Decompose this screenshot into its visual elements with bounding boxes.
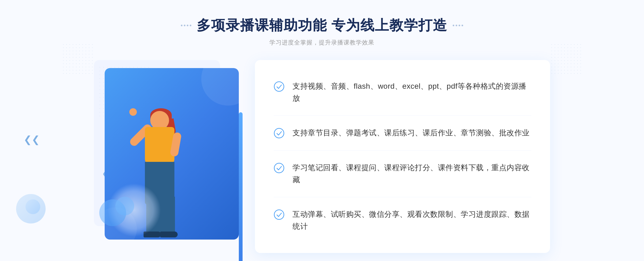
person-body bbox=[145, 127, 174, 165]
feature-text-1: 支持视频、音频、flash、word、excel、ppt、pdf等各种格式的资源… bbox=[292, 80, 531, 105]
page-container: 多项录播课辅助功能 专为线上教学打造 学习进度全掌握，提升录播课教学效果 bbox=[0, 0, 644, 261]
feature-item-3: 学习笔记回看、课程提问、课程评论打分、课件资料下载，重点内容收藏 bbox=[274, 162, 531, 186]
dot-pattern-top-left bbox=[62, 43, 94, 75]
person-arm-hand bbox=[129, 108, 137, 116]
dot-5 bbox=[453, 25, 454, 26]
dot-2 bbox=[184, 25, 185, 26]
svg-point-1 bbox=[274, 128, 284, 138]
check-icon-4 bbox=[274, 209, 284, 220]
feature-text-4: 互动弹幕、试听购买、微信分享、观看次数限制、学习进度跟踪、数据统计 bbox=[292, 208, 531, 233]
dot-3 bbox=[187, 25, 188, 26]
svg-point-0 bbox=[274, 82, 284, 91]
dot-4 bbox=[190, 25, 191, 26]
person-shoe-right bbox=[160, 232, 178, 237]
feature-text-2: 支持章节目录、弹题考试、课后练习、课后作业、章节测验、批改作业 bbox=[292, 127, 530, 139]
divider-1 bbox=[274, 115, 531, 116]
check-icon-3 bbox=[274, 163, 284, 173]
deco-circle-small bbox=[115, 197, 134, 215]
check-icon-1 bbox=[274, 81, 284, 92]
dot-pattern-top-right bbox=[550, 43, 582, 75]
header-decorators: 多项录播课辅助功能 专为线上教学打造 bbox=[181, 16, 463, 35]
decorator-dots-left bbox=[181, 25, 191, 26]
decorator-dots-right bbox=[453, 25, 463, 26]
header-section: 多项录播课辅助功能 专为线上教学打造 学习进度全掌握，提升录播课教学效果 bbox=[181, 16, 463, 47]
svg-point-3 bbox=[274, 210, 284, 219]
dot-1 bbox=[181, 25, 182, 26]
feature-item-2: 支持章节目录、弹题考试、课后练习、课后作业、章节测验、批改作业 bbox=[274, 127, 531, 139]
feature-item-1: 支持视频、音频、flash、word、excel、ppt、pdf等各种格式的资源… bbox=[274, 80, 531, 105]
dot-7 bbox=[459, 25, 460, 26]
dot-8 bbox=[462, 25, 463, 26]
illustration-area: ❮❮ bbox=[94, 60, 250, 253]
feature-item-4: 互动弹幕、试听购买、微信分享、观看次数限制、学习进度跟踪、数据统计 bbox=[274, 208, 531, 233]
outer-circle-small bbox=[25, 199, 40, 214]
feature-text-3: 学习笔记回看、课程提问、课程评论打分、课件资料下载，重点内容收藏 bbox=[292, 162, 531, 186]
left-chevron-icon: ❮❮ bbox=[24, 134, 40, 145]
content-wrapper: ❮❮ bbox=[94, 60, 550, 253]
divider-3 bbox=[274, 197, 531, 197]
svg-point-2 bbox=[274, 163, 284, 173]
subtitle: 学习进度全掌握，提升录播课教学效果 bbox=[181, 39, 463, 47]
divider-2 bbox=[274, 150, 531, 151]
dot-6 bbox=[456, 25, 457, 26]
blue-vertical-bar bbox=[239, 112, 243, 261]
main-title: 多项录播课辅助功能 专为线上教学打造 bbox=[197, 16, 447, 35]
check-icon-2 bbox=[274, 128, 284, 139]
content-panel: 支持视频、音频、flash、word、excel、ppt、pdf等各种格式的资源… bbox=[255, 60, 550, 253]
person-pants-right bbox=[160, 197, 175, 234]
